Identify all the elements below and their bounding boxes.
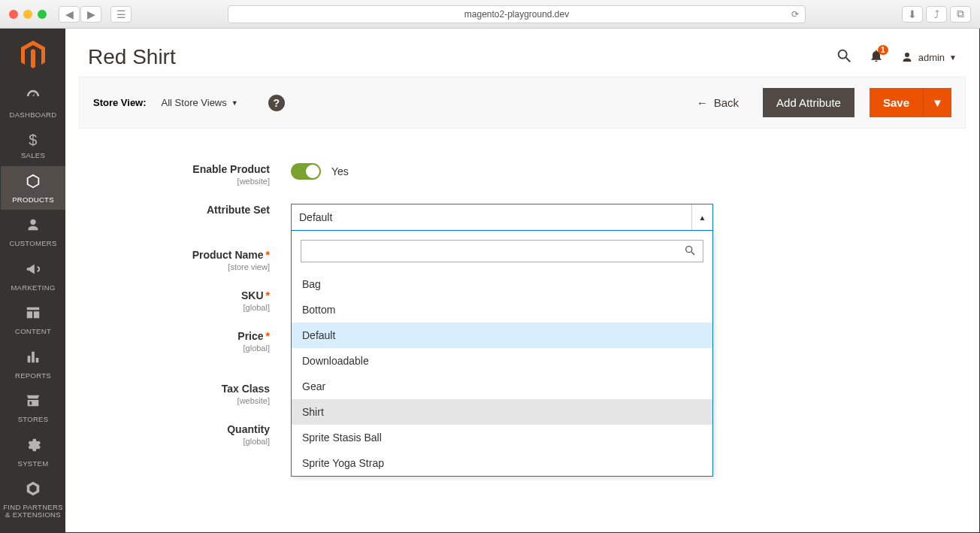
sidebar-item-label: CONTENT [15, 328, 51, 335]
dropdown-option-sprite-yoga-strap[interactable]: Sprite Yoga Strap [292, 450, 712, 476]
store-view-label: Store View: [93, 97, 147, 108]
sku-label: SKU* [global] [88, 289, 291, 312]
sidebar-item-partners[interactable]: FIND PARTNERS & EXTENSIONS [1, 474, 65, 525]
content-icon [25, 304, 41, 325]
product-name-label: Product Name* [store view] [88, 249, 291, 271]
chevron-up-icon: ▲ [691, 204, 712, 230]
back-nav-button[interactable]: ◀ [59, 6, 80, 23]
page-toolbar: Store View: All Store Views ▼ ? ← Back A… [79, 77, 966, 129]
add-attribute-button[interactable]: Add Attribute [763, 88, 854, 117]
quantity-label: Quantity [global] [88, 423, 291, 446]
sidebar-item-label: CUSTOMERS [9, 240, 56, 247]
sidebar-item-reports[interactable]: REPORTS [1, 342, 65, 386]
reports-icon [25, 349, 41, 369]
dropdown-option-shirt[interactable]: Shirt [292, 399, 712, 425]
help-icon[interactable]: ? [268, 95, 285, 111]
back-label: Back [714, 96, 739, 109]
sidebar-item-content[interactable]: CONTENT [1, 298, 65, 341]
dashboard-icon [25, 88, 41, 108]
store-view-value: All Store Views [162, 97, 227, 108]
browser-toolbar: ◀ ▶ ☰ magento2-playground.dev ⟳ ⬇ ⤴ ⧉ [0, 0, 980, 29]
marketing-icon [25, 261, 41, 281]
attribute-set-search-input[interactable] [301, 240, 703, 262]
sidebar-item-marketing[interactable]: MARKETING [1, 254, 65, 298]
system-icon [25, 437, 41, 457]
partners-icon [25, 480, 41, 501]
dropdown-option-default[interactable]: Default [292, 323, 712, 348]
attribute-set-label: Attribute Set [88, 204, 291, 216]
svg-line-3 [691, 252, 694, 255]
downloads-button[interactable]: ⬇ [902, 6, 923, 23]
dropdown-option-downloadable[interactable]: Downloadable [292, 348, 712, 374]
stores-icon [25, 392, 41, 413]
url-text: magento2-playground.dev [464, 9, 569, 20]
url-bar[interactable]: magento2-playground.dev ⟳ [228, 5, 806, 23]
sidebar-item-label: DASHBOARD [10, 111, 57, 119]
admin-username: admin [918, 52, 945, 63]
dropdown-option-gear[interactable]: Gear [292, 374, 712, 399]
reload-icon[interactable]: ⟳ [791, 9, 799, 20]
save-dropdown-button[interactable]: ▼ [923, 88, 951, 117]
sidebar-item-system[interactable]: SYSTEM [1, 430, 65, 474]
customers-icon [25, 217, 41, 237]
attribute-set-select[interactable]: Default ▲ [291, 204, 713, 231]
save-button[interactable]: Save [870, 88, 923, 117]
sidebar-item-stores[interactable]: STORES [1, 386, 65, 429]
sidebar-item-products[interactable]: PRODUCTS [1, 166, 65, 210]
dropdown-option-sprite-stasis-ball[interactable]: Sprite Stasis Ball [292, 425, 712, 450]
tax-class-label: Tax Class [website] [88, 383, 291, 405]
search-icon [684, 244, 696, 259]
nav-buttons: ◀ ▶ [59, 6, 101, 23]
forward-nav-button[interactable]: ▶ [80, 6, 101, 23]
product-form: Enable Product [website] Yes Attribute S… [65, 129, 979, 494]
dropdown-option-bag[interactable]: Bag [292, 271, 712, 297]
svg-point-0 [838, 50, 846, 59]
price-label: Price* [global] [88, 330, 291, 353]
search-icon[interactable] [836, 47, 852, 67]
chevron-down-icon: ▼ [949, 53, 957, 62]
sales-icon: $ [29, 132, 37, 149]
sidebar-item-label: STORES [18, 416, 49, 423]
svg-point-2 [686, 247, 692, 253]
notifications-button[interactable]: 1 [869, 48, 884, 66]
arrow-left-icon: ← [697, 96, 708, 109]
admin-sidebar: DASHBOARD $ SALES PRODUCTS CUSTOMERS MAR… [1, 29, 65, 532]
sidebar-item-label: SYSTEM [18, 460, 49, 468]
sidebar-item-sales[interactable]: $ SALES [1, 125, 65, 165]
minimize-window-button[interactable] [23, 10, 32, 19]
dropdown-option-bottom[interactable]: Bottom [292, 297, 712, 323]
attribute-set-dropdown: Bag Bottom Default Downloadable Gear Shi… [291, 231, 713, 477]
store-view-selector[interactable]: All Store Views ▼ [162, 97, 238, 108]
svg-line-1 [845, 58, 850, 62]
sidebar-item-label: PRODUCTS [12, 196, 54, 204]
magento-logo[interactable] [1, 29, 65, 81]
enable-product-toggle[interactable] [291, 163, 321, 180]
maximize-window-button[interactable] [38, 10, 47, 19]
close-window-button[interactable] [9, 10, 18, 19]
admin-user-menu[interactable]: admin ▼ [900, 50, 957, 64]
sidebar-item-label: SALES [21, 152, 45, 159]
enable-product-value: Yes [331, 165, 349, 177]
enable-product-label: Enable Product [website] [88, 163, 291, 186]
notification-badge: 1 [878, 45, 888, 55]
sidebar-item-dashboard[interactable]: DASHBOARD [1, 81, 65, 125]
sidebar-item-label: FIND PARTNERS & EXTENSIONS [3, 504, 63, 519]
chevron-down-icon: ▼ [231, 99, 238, 107]
sidebar-item-customers[interactable]: CUSTOMERS [1, 210, 65, 253]
back-button[interactable]: ← Back [697, 96, 739, 109]
sidebar-toggle-button[interactable]: ☰ [110, 6, 132, 23]
window-controls [9, 10, 47, 19]
products-icon [25, 173, 41, 193]
page-title: Red Shirt [88, 45, 176, 69]
tabs-button[interactable]: ⧉ [950, 6, 971, 23]
sidebar-item-label: MARKETING [11, 284, 55, 292]
share-button[interactable]: ⤴ [926, 6, 947, 23]
main-content: Red Shirt 1 admin ▼ Store View: All Stor… [65, 29, 979, 532]
attribute-set-value: Default [299, 211, 332, 223]
sidebar-item-label: REPORTS [15, 372, 51, 380]
